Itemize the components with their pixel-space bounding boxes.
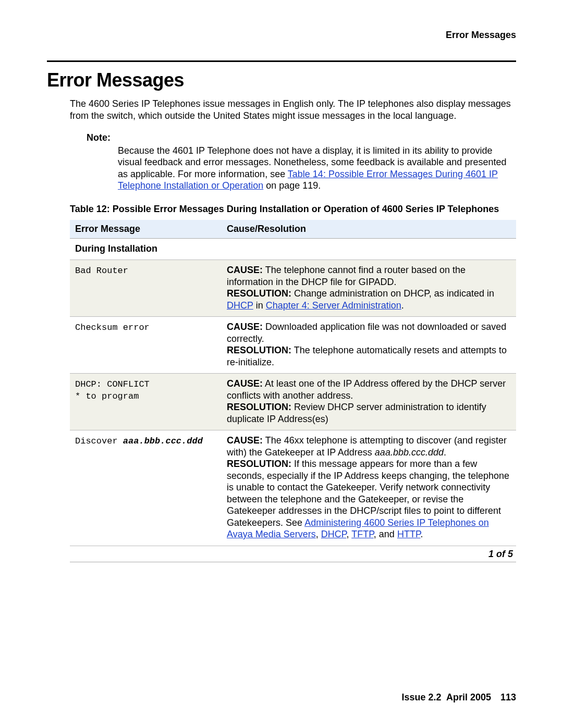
- resolution-text-post: .: [401, 300, 404, 311]
- document-page: Error Messages Error Messages The 4600 S…: [0, 0, 563, 728]
- link-dhcp[interactable]: DHCP: [321, 529, 347, 539]
- resolution-label: RESOLUTION:: [227, 402, 291, 412]
- error-message-text: DHCP: CONFLICT * to program: [75, 379, 150, 401]
- table-row: DHCP: CONFLICT * to program CAUSE: At le…: [70, 374, 516, 430]
- resolution-text-post: .: [421, 529, 423, 539]
- error-message-text: Discover aaa.bbb.ccc.ddd: [75, 436, 203, 446]
- sep: ,: [316, 529, 321, 539]
- table-row: Discover aaa.bbb.ccc.ddd CAUSE: The 46xx…: [70, 430, 516, 546]
- page-footer: Issue 2.2 April 2005113: [402, 692, 517, 704]
- table-row: Checksum error CAUSE: Downloaded applica…: [70, 317, 516, 374]
- col-header-error-message: Error Message: [70, 220, 222, 238]
- cell-cause-resolution: CAUSE: The 46xx telephone is attempting …: [222, 430, 516, 546]
- cell-cause-resolution: CAUSE: At least one of the IP Address of…: [222, 374, 516, 430]
- error-message-text: Bad Router: [75, 266, 128, 276]
- resolution-label: RESOLUTION:: [227, 345, 291, 355]
- cause-text-post: .: [444, 447, 446, 458]
- cause-italic: aaa.bbb.ccc.ddd: [375, 447, 444, 458]
- cell-cause-resolution: CAUSE: Downloaded application file was n…: [222, 317, 516, 374]
- top-rule: [47, 60, 516, 62]
- note-block: Note: Because the 4601 IP Telephone does…: [87, 132, 516, 192]
- resolution-mid: in: [253, 300, 266, 311]
- footer-page-number: 113: [500, 692, 516, 702]
- error-messages-table: Error Message Cause/Resolution During In…: [70, 220, 516, 546]
- table-header-row: Error Message Cause/Resolution: [70, 220, 516, 238]
- running-head: Error Messages: [446, 29, 516, 41]
- cell-error-message: Discover aaa.bbb.ccc.ddd: [70, 430, 222, 546]
- resolution-text-pre: Change administration on DHCP, as indica…: [291, 288, 494, 299]
- cause-text-pre: The 46xx telephone is attempting to disc…: [227, 435, 507, 458]
- cause-label: CAUSE:: [227, 435, 263, 446]
- sep: , and: [374, 529, 397, 539]
- table-caption: Table 12: Possible Error Messages During…: [70, 203, 516, 215]
- table-page-indicator: 1 of 5: [70, 546, 516, 563]
- cause-text: The telephone cannot find a router based…: [227, 265, 466, 287]
- footer-date: April 2005: [446, 692, 491, 702]
- msg-pre: Discover: [75, 436, 123, 446]
- error-message-text: Checksum error: [75, 323, 150, 332]
- cause-text: Downloaded application file was not down…: [227, 322, 506, 344]
- sep: ,: [346, 529, 351, 539]
- cause-label: CAUSE:: [227, 322, 263, 332]
- cell-error-message: Checksum error: [70, 317, 222, 374]
- link-dhcp[interactable]: DHCP: [227, 300, 253, 311]
- cell-error-message: Bad Router: [70, 260, 222, 317]
- note-label: Note:: [87, 132, 516, 144]
- footer-issue: Issue 2.2: [402, 692, 442, 702]
- cell-cause-resolution: CAUSE: The telephone cannot find a route…: [222, 260, 516, 317]
- link-tftp[interactable]: TFTP: [351, 529, 374, 539]
- msg-bold-italic: aaa.bbb.ccc.ddd: [123, 436, 203, 446]
- resolution-label: RESOLUTION:: [227, 459, 291, 469]
- intro-paragraph: The 4600 Series IP Telephones issue mess…: [70, 98, 516, 121]
- resolution-label: RESOLUTION:: [227, 288, 291, 299]
- cause-label: CAUSE:: [227, 265, 263, 275]
- col-header-cause-resolution: Cause/Resolution: [222, 220, 516, 238]
- section-row-during-installation: During Installation: [70, 238, 516, 260]
- page-title: Error Messages: [47, 68, 516, 92]
- section-label: During Installation: [70, 238, 516, 260]
- note-body: Because the 4601 IP Telephone does not h…: [118, 145, 516, 192]
- link-http[interactable]: HTTP: [397, 529, 421, 539]
- cause-label: CAUSE:: [227, 378, 263, 389]
- table-row: Bad Router CAUSE: The telephone cannot f…: [70, 260, 516, 317]
- note-text-post: on page 119.: [263, 180, 321, 191]
- cause-text: At least one of the IP Address offered b…: [227, 378, 506, 401]
- link-chapter4[interactable]: Chapter 4: Server Administration: [266, 300, 401, 311]
- cell-error-message: DHCP: CONFLICT * to program: [70, 374, 222, 430]
